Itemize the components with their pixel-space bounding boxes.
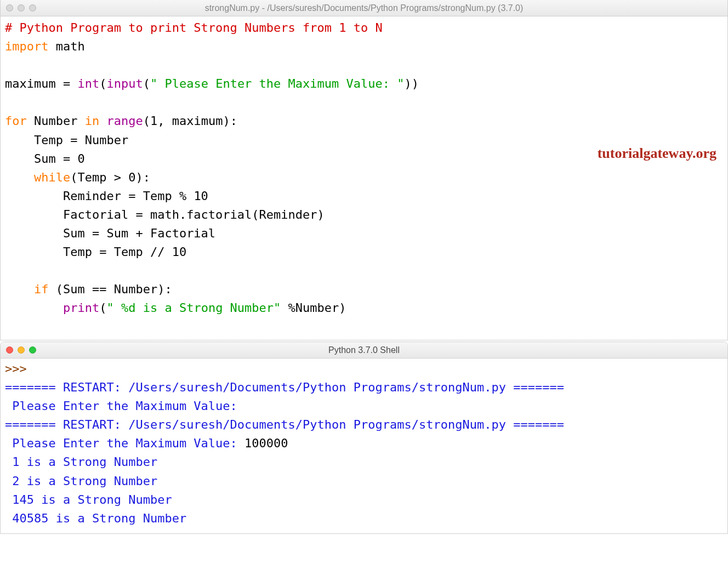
code-number: 10 xyxy=(194,189,208,203)
code-text: Temp = Temp // xyxy=(5,245,172,259)
code-keyword: for xyxy=(5,114,27,128)
code-number: 0 xyxy=(128,170,135,184)
shell-output-line: 40585 is a Strong Number xyxy=(5,511,186,525)
shell-output-line: 1 is a Strong Number xyxy=(5,455,157,469)
window-controls xyxy=(6,4,36,12)
code-string: " %d is a Strong Number" xyxy=(106,301,281,315)
editor-window: strongNum.py - /Users/suresh/Documents/P… xyxy=(0,0,728,340)
shell-output-line: 145 is a Strong Number xyxy=(5,493,172,507)
close-icon[interactable] xyxy=(6,4,13,12)
code-comment: # Python Program to print Strong Numbers… xyxy=(5,21,383,35)
code-string: " Please Enter the Maximum Value: " xyxy=(150,77,405,90)
code-indent xyxy=(5,301,63,315)
code-text: ( xyxy=(143,114,150,128)
code-keyword: while xyxy=(34,170,70,184)
code-builtin: int xyxy=(77,77,99,90)
code-indent xyxy=(5,170,34,184)
code-text: ( xyxy=(99,77,106,90)
code-text: )) xyxy=(405,77,419,90)
close-icon[interactable] xyxy=(6,346,13,354)
shell-titlebar[interactable]: Python 3.7.0 Shell xyxy=(1,342,727,359)
shell-window: Python 3.7.0 Shell >>> ======= RESTART: … xyxy=(0,342,728,534)
editor-titlebar[interactable]: strongNum.py - /Users/suresh/Documents/P… xyxy=(1,0,727,16)
code-builtin: print xyxy=(63,301,99,315)
code-builtin: range xyxy=(106,114,143,128)
code-text: Factorial = math.factorial(Reminder) xyxy=(5,208,325,221)
code-editor[interactable]: # Python Program to print Strong Numbers… xyxy=(1,16,727,340)
minimize-icon[interactable] xyxy=(18,4,25,12)
editor-title: strongNum.py - /Users/suresh/Documents/P… xyxy=(6,3,722,13)
shell-input-prompt: Please Enter the Maximum Value: xyxy=(5,399,244,413)
code-number: 1 xyxy=(150,114,157,128)
shell-restart-line: ======= RESTART: /Users/suresh/Documents… xyxy=(5,380,564,394)
code-text: ): xyxy=(135,170,150,184)
code-indent xyxy=(5,282,34,296)
shell-output-line: 2 is a Strong Number xyxy=(5,474,157,488)
code-keyword: if xyxy=(34,282,49,296)
code-text: %Number) xyxy=(281,301,346,315)
code-number: 0 xyxy=(77,152,84,166)
window-controls xyxy=(6,346,36,354)
code-text: Sum = xyxy=(5,152,77,166)
zoom-icon[interactable] xyxy=(29,4,36,12)
shell-user-input: 100000 xyxy=(244,436,288,450)
code-text: Reminder = Temp % xyxy=(5,189,194,203)
shell-output[interactable]: >>> ======= RESTART: /Users/suresh/Docum… xyxy=(1,359,727,533)
code-text: , maximum): xyxy=(157,114,237,128)
code-number: 10 xyxy=(172,245,187,259)
shell-input-prompt: Please Enter the Maximum Value: xyxy=(5,436,244,450)
code-text: ( xyxy=(99,301,106,315)
shell-prompt: >>> xyxy=(5,362,34,376)
watermark: tutorialgateway.org xyxy=(598,143,716,164)
minimize-icon[interactable] xyxy=(18,346,25,354)
code-text: maximum = xyxy=(5,77,77,90)
code-text: (Temp > xyxy=(70,170,128,184)
code-text: math xyxy=(48,39,84,53)
code-text xyxy=(99,114,106,128)
zoom-icon[interactable] xyxy=(29,346,36,354)
code-text: (Sum == Number): xyxy=(48,282,172,296)
code-text: Sum = Sum + Factorial xyxy=(5,226,215,240)
code-keyword: in xyxy=(85,114,100,128)
shell-title: Python 3.7.0 Shell xyxy=(6,345,722,355)
shell-restart-line: ======= RESTART: /Users/suresh/Documents… xyxy=(5,418,564,431)
code-text: Number xyxy=(27,114,85,128)
code-builtin: input xyxy=(106,77,143,90)
code-text: Temp = Number xyxy=(5,133,128,147)
code-text: ( xyxy=(143,77,150,90)
code-keyword: import xyxy=(5,39,48,53)
